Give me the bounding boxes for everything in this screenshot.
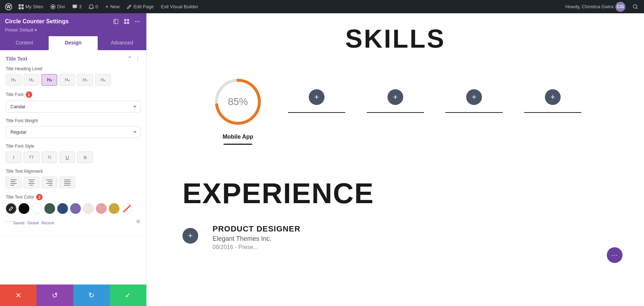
- heading-level-label: Title Heading Level: [6, 66, 141, 71]
- panel-header: Circle Counter Settings: [0, 13, 146, 36]
- undo-button[interactable]: ↺: [36, 285, 73, 306]
- circle-label: Mobile App: [223, 134, 253, 140]
- font-weight-field: Title Font Weight Regular: [6, 118, 141, 138]
- wp-logo-button[interactable]: W: [3, 2, 14, 12]
- edit-page-button[interactable]: Edit Page: [124, 3, 156, 11]
- placeholder-item-2: +: [288, 75, 345, 113]
- circle-item-1: 85% Mobile App: [209, 75, 267, 145]
- global-label[interactable]: Global: [27, 221, 39, 225]
- preset-label[interactable]: Preset: Default ▾: [5, 28, 141, 36]
- uppercase-button[interactable]: TT: [24, 152, 39, 163]
- text-color-label: Title Text Color 2: [6, 194, 141, 200]
- font-style-field: Title Font Style I TT Tt U S: [6, 144, 141, 163]
- navy-swatch[interactable]: [57, 203, 68, 214]
- font-weight-select[interactable]: Regular: [6, 126, 141, 138]
- pink-swatch[interactable]: [96, 203, 107, 214]
- circle-percent: 85%: [228, 96, 248, 107]
- add-experience-button[interactable]: +: [182, 228, 198, 244]
- svg-rect-3: [21, 4, 24, 6]
- placeholder-line-3: [367, 112, 424, 113]
- text-color-field: Title Text Color 2: [6, 194, 141, 225]
- text-alignment-field: Title Text Alignment: [6, 169, 141, 188]
- light-pink-swatch[interactable]: [83, 203, 94, 214]
- placeholder-line-2: [288, 112, 345, 113]
- font-weight-label: Title Font Weight: [6, 118, 141, 123]
- gold-swatch[interactable]: [109, 203, 119, 214]
- placeholder-line-4: [445, 112, 503, 113]
- save-button[interactable]: ✓: [110, 285, 146, 306]
- underline-button[interactable]: U: [59, 152, 75, 163]
- add-circle-2-button[interactable]: +: [309, 89, 325, 105]
- add-circle-5-button[interactable]: +: [545, 89, 561, 105]
- add-circle-4-button[interactable]: +: [466, 89, 482, 105]
- howdy-button[interactable]: Howdy, Christina Gwira CG: [562, 0, 628, 13]
- align-center-button[interactable]: [24, 177, 39, 188]
- section-chevron-icon[interactable]: ⌃: [127, 55, 132, 62]
- h6-button[interactable]: H₆: [95, 74, 111, 86]
- h4-button[interactable]: H₄: [59, 74, 75, 86]
- align-center-icon: [28, 180, 35, 186]
- divi-button[interactable]: Divi: [48, 3, 68, 11]
- italic-button[interactable]: I: [6, 152, 21, 163]
- svg-rect-8: [114, 19, 118, 24]
- purple-swatch[interactable]: [70, 203, 81, 214]
- dark-green-swatch[interactable]: [44, 203, 55, 214]
- tab-advanced[interactable]: Advanced: [98, 36, 146, 50]
- section-menu-icon[interactable]: ⋮: [135, 55, 141, 62]
- add-circle-3-button[interactable]: +: [387, 89, 403, 105]
- align-right-button[interactable]: [42, 177, 57, 188]
- color-settings-icon[interactable]: ⚙: [136, 219, 141, 224]
- saved-label[interactable]: Saved: [13, 221, 24, 225]
- svg-text:W: W: [6, 4, 11, 9]
- tab-content[interactable]: Content: [0, 36, 49, 50]
- black-swatch[interactable]: [19, 203, 29, 214]
- experience-section: EXPERIENCE + PRODUCT DESIGNER Elegant Th…: [147, 163, 644, 265]
- font-select[interactable]: Candal: [6, 101, 141, 113]
- comments-button[interactable]: 3: [69, 3, 84, 11]
- admin-bar: W My Sites Divi 3 0 + New Edit Page Exit…: [0, 0, 644, 13]
- floating-dots-button[interactable]: ···: [607, 247, 623, 263]
- color-badge: 2: [36, 194, 43, 200]
- grid-icon[interactable]: [123, 18, 131, 25]
- svg-point-16: [9, 210, 10, 210]
- svg-point-13: [135, 21, 136, 22]
- align-right-icon: [46, 180, 53, 186]
- color-swatches: [6, 203, 141, 214]
- cancel-button[interactable]: ✕: [0, 285, 36, 306]
- exit-builder-button[interactable]: Exit Visual Builder: [158, 3, 201, 11]
- experience-row: + PRODUCT DESIGNER Elegant Themes Inc. 0…: [182, 224, 608, 250]
- align-justify-button[interactable]: [59, 177, 75, 188]
- panel-content: Title Text ⌃ ⋮ Title Heading Level H₁ H₂…: [0, 50, 146, 285]
- experience-title: EXPERIENCE: [182, 177, 608, 210]
- my-sites-button[interactable]: My Sites: [16, 3, 46, 11]
- h5-button[interactable]: H₅: [77, 74, 93, 86]
- strikethrough-button[interactable]: S: [77, 152, 93, 163]
- settings-panel: Circle Counter Settings: [0, 13, 147, 306]
- notifications-button[interactable]: 0: [86, 3, 101, 11]
- redo-button[interactable]: ↻: [73, 285, 110, 306]
- transparent-swatch[interactable]: [122, 203, 132, 214]
- tab-design[interactable]: Design: [49, 36, 97, 50]
- color-dots[interactable]: ···: [6, 217, 13, 225]
- align-left-button[interactable]: [6, 177, 21, 188]
- h2-button[interactable]: H₂: [24, 74, 39, 86]
- recent-label[interactable]: Recent: [42, 221, 54, 225]
- eyedropper-swatch[interactable]: [6, 203, 16, 214]
- more-options-icon[interactable]: [133, 18, 141, 25]
- color-labels: Saved Global Recent: [13, 221, 54, 225]
- search-admin-button[interactable]: [630, 3, 641, 11]
- experience-content: PRODUCT DESIGNER Elegant Themes Inc. 08/…: [213, 224, 608, 250]
- new-button[interactable]: + New: [102, 2, 122, 11]
- svg-point-15: [139, 21, 140, 22]
- circle-underline: [224, 144, 252, 145]
- capitalize-button[interactable]: Tt: [42, 152, 57, 163]
- panel-title: Circle Counter Settings: [5, 18, 69, 25]
- job-title: PRODUCT DESIGNER: [213, 224, 608, 234]
- h1-button[interactable]: H₁: [6, 74, 21, 86]
- title-text-section: Title Text ⌃ ⋮ Title Heading Level H₁ H₂…: [0, 50, 146, 236]
- panel-title-icons: [112, 18, 141, 25]
- white-swatch[interactable]: [31, 203, 42, 214]
- align-justify-icon: [64, 180, 70, 186]
- h3-button[interactable]: H₃: [42, 74, 57, 86]
- resize-icon[interactable]: [112, 18, 120, 25]
